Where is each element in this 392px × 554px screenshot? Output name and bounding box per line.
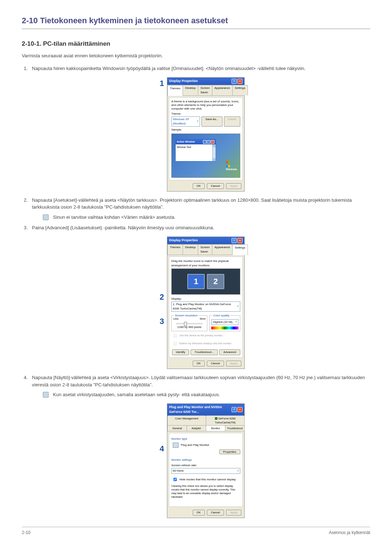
maximize-icon: □	[207, 140, 211, 144]
tab-desktop[interactable]: Desktop	[183, 85, 198, 95]
page-title: 2-10 Tietokoneen kytkeminen ja tietokone…	[22, 15, 370, 29]
tab-appearance[interactable]: Appearance	[212, 85, 233, 95]
intro-text: Varmista seuraavat asiat ennen tietokone…	[22, 52, 370, 59]
refresh-rate-combo[interactable]: 60 Hertz ▾	[171, 468, 240, 474]
dialog-display-properties-settings: Display Properties ? × Themes Desktop Sc…	[167, 237, 245, 369]
identify-button[interactable]: Identify	[172, 349, 189, 355]
chevron-down-icon: ▾	[236, 320, 237, 324]
apply-button[interactable]: Apply	[226, 361, 241, 366]
dialog2-title: Display Properties	[169, 238, 198, 243]
tab-themes[interactable]: Themes	[167, 244, 183, 255]
dialog-monitor-properties: Plug and Play Monitor and NVIDIA GeForce…	[167, 403, 245, 518]
step-2-text: Napsauta [Asetukset]-välilehteä ja aseta…	[32, 197, 352, 210]
display-combo[interactable]: 1. Plug and Play Monitor on NVIDIA GeFor…	[171, 301, 240, 312]
tab-screen-saver[interactable]: Screen Saver	[198, 244, 212, 255]
delete-button[interactable]: Delete	[224, 116, 240, 127]
properties-button[interactable]: Properties	[219, 450, 240, 454]
page-footer: 2-10 Asennus ja kytkennät	[22, 527, 370, 536]
tab-appearance[interactable]: Appearance	[212, 244, 233, 255]
monitor-type-value: Plug and Play Monitor	[181, 443, 209, 447]
window-text: Window Text	[176, 144, 216, 151]
section-subtitle: 2-10-1. PC-tilan määrittäminen	[22, 39, 370, 49]
tab-screen-saver[interactable]: Screen Saver	[198, 85, 212, 95]
close-icon[interactable]: ×	[237, 238, 242, 243]
step-1-text: Napsauta hiiren kakkospainiketta Windows…	[32, 66, 306, 71]
theme-label: Theme:	[171, 112, 240, 116]
dialog1-desc: A theme is a background plus a set of so…	[171, 100, 240, 111]
display-value: 1. Plug and Play Monitor on NVIDIA GeFor…	[173, 302, 237, 311]
monitor-type-title: Monitor type	[171, 437, 240, 441]
hide-modes-desc: Clearing this check box allows you to se…	[171, 484, 240, 498]
step-2-note: Sinun ei tarvitse vaihtaa kohdan <Värien…	[53, 214, 176, 221]
tab-color-management[interactable]: Color Management	[167, 415, 206, 426]
nvidia-icon	[215, 417, 217, 420]
step-2: Napsauta [Asetukset]-välilehteä ja aseta…	[29, 197, 370, 221]
chevron-down-icon: ▾	[197, 119, 199, 123]
monitor-1[interactable]: 1	[187, 274, 205, 289]
dialog2-desc: Drag the monitor icons to match the phys…	[171, 259, 240, 268]
apply-button[interactable]: Apply	[226, 183, 241, 189]
hide-modes-checkbox[interactable]: Hide modes that this monitor cannot disp…	[171, 476, 240, 483]
callout-2: 2	[158, 291, 167, 303]
cancel-button[interactable]: Cancel	[207, 510, 224, 516]
ok-button[interactable]: OK	[193, 361, 205, 366]
ok-button[interactable]: OK	[193, 183, 205, 189]
tab-general[interactable]: General	[167, 425, 187, 431]
dialog1-title: Display Properties	[169, 79, 198, 84]
sample-label: Sample:	[171, 128, 240, 132]
primary-monitor-checkbox: Use this device as the primary monitor.	[171, 332, 240, 339]
theme-combo[interactable]: Windows XP (Modified) ▾	[171, 116, 200, 127]
theme-value: Windows XP (Modified)	[173, 117, 197, 126]
help-icon[interactable]: ?	[232, 238, 237, 243]
tab-adapter[interactable]: Adapter	[187, 425, 206, 431]
tab-geforce[interactable]: GeForce 6200 TurboCache(TM)	[206, 415, 245, 426]
step-1: Napsauta hiiren kakkospainiketta Windows…	[29, 65, 370, 192]
resolution-value: 1280 by 960 pixels	[173, 325, 205, 329]
callout-3: 3	[158, 315, 167, 327]
close-icon[interactable]: ×	[237, 79, 242, 84]
monitor-settings-title: Monitor settings	[171, 458, 240, 462]
dialog-display-properties-themes: Display Properties ? × Themes Desktop Sc…	[167, 77, 245, 192]
help-icon[interactable]: ?	[232, 407, 237, 412]
tab-settings[interactable]: Settings	[232, 245, 248, 255]
ok-button[interactable]: OK	[193, 510, 205, 516]
help-icon[interactable]: ?	[232, 79, 237, 84]
display-label: Display:	[171, 297, 240, 301]
color-quality-combo[interactable]: Highest (32 bit) ▾	[211, 319, 238, 325]
monitor-2[interactable]: 2	[207, 274, 224, 289]
resolution-slider[interactable]	[176, 323, 203, 324]
refresh-rate-label: Screen refresh rate:	[171, 463, 240, 468]
step-4-note: Kun asetat virkistystaajuuden, samalla a…	[53, 391, 220, 398]
troubleshoot-button[interactable]: Troubleshoot...	[191, 349, 218, 355]
step-4: Napsauta [Näyttö]-välilehteä ja aseta <V…	[29, 374, 370, 518]
cancel-button[interactable]: Cancel	[207, 361, 224, 366]
theme-sample: Active Window _ □ × Window Text	[171, 134, 240, 178]
tab-troubleshoot[interactable]: Troubleshoot	[225, 425, 245, 431]
step-3-text: Paina [Advanced] (Lisäasetukset) -painik…	[32, 225, 214, 230]
color-quality-value: Highest (32 bit)	[213, 320, 232, 324]
cancel-button[interactable]: Cancel	[207, 183, 224, 189]
advanced-button[interactable]: Advanced	[219, 349, 240, 355]
windows-logo: Windows	[226, 160, 237, 172]
callout-4: 4	[158, 443, 167, 455]
tab-monitor[interactable]: Monitor	[206, 425, 225, 431]
save-as-button[interactable]: Save As...	[201, 116, 222, 127]
extend-desktop-checkbox: Extend my Windows desktop onto this moni…	[171, 340, 240, 347]
footer-left: 2-10	[22, 529, 30, 536]
step-3: Paina [Advanced] (Lisäasetukset) -painik…	[29, 224, 370, 369]
minimize-icon: _	[203, 140, 207, 144]
more-label: More	[200, 317, 206, 321]
apply-button[interactable]: Apply	[226, 510, 241, 516]
tab-themes[interactable]: Themes	[167, 85, 183, 96]
color-quality-title: Color quality	[212, 313, 230, 318]
callout-1: 1	[158, 77, 167, 89]
close-icon[interactable]: ×	[237, 407, 242, 412]
tab-settings[interactable]: Settings	[232, 85, 248, 95]
note-icon	[43, 392, 49, 398]
footer-right: Asennus ja kytkennät	[329, 529, 370, 536]
monitor-arrangement[interactable]: 1 2	[171, 268, 240, 295]
step-4-text: Napsauta [Näyttö]-välilehteä ja aseta <V…	[32, 375, 365, 387]
color-bar	[211, 327, 238, 329]
windows-logo-text: Windows	[226, 168, 237, 172]
tab-desktop[interactable]: Desktop	[183, 244, 198, 255]
